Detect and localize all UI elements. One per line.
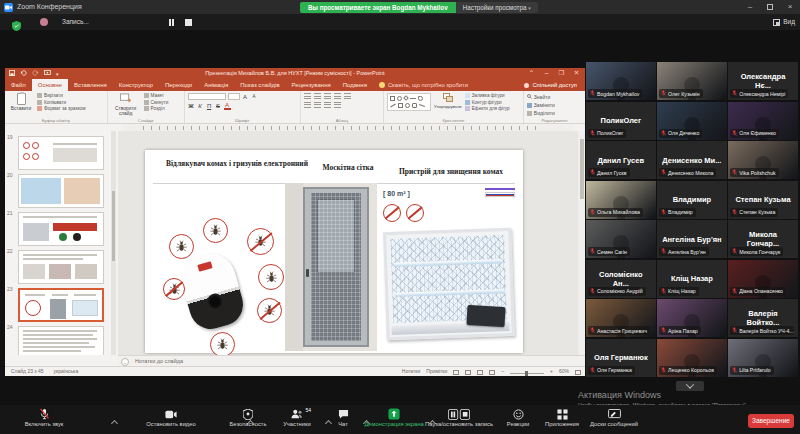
shape-effects-button[interactable]: Ефекти для фігур — [465, 106, 510, 111]
tell-me-box[interactable]: Скажіть, що потрібно зробити — [373, 79, 474, 91]
slide-thumbnail-24[interactable] — [18, 326, 104, 355]
slide-thumbnail-20[interactable] — [18, 174, 104, 208]
font-color-button[interactable]: A — [224, 102, 231, 110]
find-button[interactable]: Знайти — [527, 94, 555, 100]
toolbar-participants-button[interactable]: 54Участники — [272, 408, 322, 427]
tab-Показ слайдів[interactable]: Показ слайдів — [234, 79, 285, 91]
participant-tile[interactable]: Семен Сагін — [586, 220, 656, 258]
zoom-in-button[interactable]: + — [550, 367, 553, 376]
ppt-close-button[interactable]: ✕ — [570, 68, 583, 79]
canvas-scrollbar[interactable] — [578, 131, 585, 355]
font-name-select[interactable] — [188, 93, 226, 100]
participant-tile[interactable]: Соломієнко Ан...Соломієнко Андрій — [586, 260, 656, 298]
participant-tile[interactable]: Валерія Войтко...Валерія Войтко УЧ-4... — [728, 299, 798, 337]
slide-thumbnail-19[interactable] — [18, 136, 104, 170]
toolbar-camera-button[interactable]: Остановить видео — [128, 408, 214, 427]
layout-button[interactable]: Макет — [144, 93, 169, 98]
italic-button[interactable]: К — [197, 103, 204, 109]
participant-tile[interactable]: Bogdan Mykhailov — [586, 62, 656, 100]
ppt-restore-button[interactable]: ❐ — [555, 68, 568, 79]
align-left-button[interactable] — [304, 102, 311, 108]
participant-tile[interactable]: Lilia Pritfarulo — [728, 339, 798, 377]
notes-collapse-icon[interactable]: ⌄ — [121, 358, 129, 366]
tab-Конструктор[interactable]: Конструктор — [113, 79, 159, 91]
participant-tile[interactable]: Оля ГерманюкОля Германюк — [586, 339, 656, 377]
tab-Подання[interactable]: Подання — [337, 79, 373, 91]
participant-tile[interactable]: Кліщ НазарКліщ Назар — [657, 260, 727, 298]
slide-thumbnail-21[interactable] — [18, 212, 104, 246]
participant-tile[interactable]: Vika Polishchuk — [728, 141, 798, 179]
toolbar-apps-button[interactable]: Приложения — [540, 408, 584, 427]
tab-Рецензування[interactable]: Рецензування — [286, 79, 337, 91]
cut-button[interactable]: Вирізати — [37, 93, 85, 98]
more-participants-button[interactable] — [676, 381, 704, 391]
participant-tile[interactable]: Діана Опанасенко — [728, 260, 798, 298]
participant-tile[interactable]: Микола Гончар...Микола Гончарук — [728, 220, 798, 258]
participant-tile[interactable]: ВладимирВладимир — [657, 181, 727, 219]
bullets-button[interactable] — [304, 93, 311, 99]
numbering-button[interactable] — [314, 93, 321, 99]
reading-view-icon[interactable] — [477, 370, 483, 375]
indent-increase-button[interactable] — [334, 93, 341, 99]
participant-tile[interactable]: Ангеліна Бур'янАнгеліна Бур'ян — [657, 220, 727, 258]
comments-toggle-button[interactable]: Примітки — [426, 367, 447, 376]
participant-tile[interactable]: Олександра Нє...Олександра Немірі — [728, 62, 798, 100]
shape-outline-button[interactable]: Контур фігури — [465, 100, 510, 105]
current-slide[interactable]: Відлякувач комах і гризунів електронний … — [145, 150, 523, 353]
close-button[interactable]: × — [780, 0, 800, 14]
slide-thumbnail-22[interactable] — [18, 250, 104, 284]
normal-view-icon[interactable] — [453, 370, 459, 375]
indent-decrease-button[interactable] — [324, 93, 331, 99]
toolbar-reactions-button[interactable]: Реакции — [498, 408, 538, 427]
zoom-out-button[interactable]: – — [501, 367, 504, 376]
participant-tile[interactable]: Степан КузьмаСтепан Кузьма — [728, 181, 798, 219]
shapes-gallery[interactable] — [387, 93, 431, 111]
participant-tile[interactable]: Данил ГусевДанил Гусєв — [586, 141, 656, 179]
section-button[interactable]: Розділ — [144, 106, 169, 111]
shrink-font-button[interactable]: A — [251, 94, 258, 99]
reset-button[interactable]: Скинути — [144, 100, 169, 105]
minimize-button[interactable]: – — [740, 0, 760, 14]
strikethrough-button[interactable]: S — [215, 103, 222, 109]
fit-to-window-icon[interactable] — [575, 370, 581, 375]
participant-tile[interactable]: Денисенко Ми...Денисенко Микола — [657, 141, 727, 179]
toolbar-chat-button[interactable]: Чат — [326, 408, 360, 427]
copy-button[interactable]: Копіювати — [37, 100, 85, 105]
view-layout-button[interactable]: Вид — [773, 16, 795, 28]
font-size-select[interactable] — [228, 93, 240, 100]
participant-tile[interactable]: Лещенко Корольов — [657, 339, 727, 377]
zoom-percentage[interactable]: 60% — [559, 367, 569, 376]
end-meeting-button[interactable]: Завершение — [748, 414, 794, 428]
tab-Вставлення[interactable]: Вставлення — [68, 79, 113, 91]
pause-recording-button[interactable] — [168, 19, 175, 26]
view-settings-button[interactable]: Настройки просмотра ▾ — [456, 2, 538, 13]
notes-pane[interactable]: ⌄ Нотатки до слайда — [118, 355, 585, 366]
select-button[interactable]: Виділити — [527, 110, 555, 116]
participant-tile[interactable]: Олег Кузьмін — [657, 62, 727, 100]
toolbar-share-screen-button[interactable]: Демонстрация экрана — [360, 408, 428, 427]
justify-button[interactable] — [334, 102, 341, 108]
thumbnail-scrollbar[interactable] — [111, 131, 116, 355]
participant-tile[interactable]: Анастасія Грицкевич — [586, 299, 656, 337]
tab-Переходи[interactable]: Переходи — [159, 79, 198, 91]
slide-sorter-view-icon[interactable] — [465, 370, 471, 375]
zoom-slider[interactable] — [510, 373, 544, 374]
bold-button[interactable]: Ж — [188, 103, 195, 109]
stop-recording-button[interactable] — [185, 19, 192, 26]
participant-tile[interactable]: Оля Єфименко — [728, 102, 798, 140]
participant-tile[interactable]: Ольга Михайлова — [586, 181, 656, 219]
share-button[interactable]: Спільний доступ — [516, 79, 585, 91]
toolbar-mic-muted-button[interactable]: Включить звук — [8, 408, 80, 427]
slideshow-view-icon[interactable] — [489, 370, 495, 375]
toolbar-whiteboard-button[interactable]: Доски сообщений — [586, 408, 642, 427]
line-spacing-button[interactable] — [344, 93, 351, 99]
replace-button[interactable]: Замінити — [527, 102, 555, 108]
notes-toggle-button[interactable]: Нотатки — [402, 367, 420, 376]
participant-tile[interactable]: Оля Дяченко — [657, 102, 727, 140]
participant-tile[interactable]: ПоликОлегПоликОлег — [586, 102, 656, 140]
toolbar-shield-button[interactable]: Безопасность — [222, 408, 274, 427]
grow-font-button[interactable]: A — [242, 94, 249, 100]
format-painter-button[interactable]: Формат за зразком — [37, 106, 85, 111]
shape-fill-button[interactable]: Заливка фігури — [465, 93, 510, 98]
language-indicator[interactable]: українська — [54, 367, 79, 376]
